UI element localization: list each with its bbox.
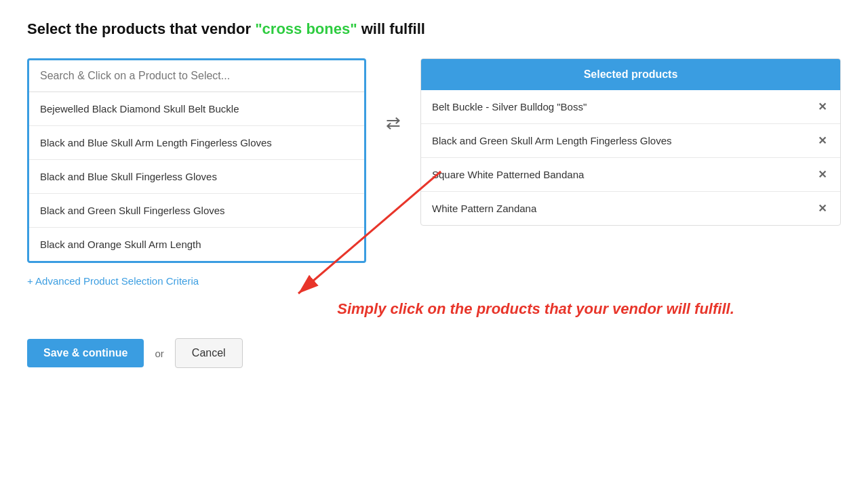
or-separator: or <box>155 348 163 359</box>
list-item[interactable]: Black and Blue Skull Fingerless Gloves <box>29 160 364 194</box>
title-suffix: will fulfill <box>357 20 425 37</box>
list-item: Square White Patterned Bandana✕ <box>421 158 840 192</box>
remove-item-button[interactable]: ✕ <box>815 168 829 181</box>
remove-item-button[interactable]: ✕ <box>815 202 829 215</box>
list-item: Black and Green Skull Arm Length Fingerl… <box>421 124 840 158</box>
list-item: White Pattern Zandana✕ <box>421 192 840 225</box>
list-item[interactable]: Black and Green Skull Fingerless Gloves <box>29 194 364 228</box>
remove-item-button[interactable]: ✕ <box>815 100 829 113</box>
search-input[interactable] <box>29 60 364 92</box>
list-item[interactable]: Black and Orange Skull Arm Length <box>29 228 364 261</box>
selected-list: Belt Buckle - Silver Bulldog "Boss"✕Blac… <box>421 90 840 225</box>
page-title: Select the products that vendor "cross b… <box>27 20 841 38</box>
right-panel: Selected products Belt Buckle - Silver B… <box>420 58 841 226</box>
vendor-name: "cross bones" <box>255 20 357 37</box>
list-item[interactable]: Bejewelled Black Diamond Skull Belt Buck… <box>29 92 364 126</box>
left-panel: Bejewelled Black Diamond Skull Belt Buck… <box>27 58 366 263</box>
transfer-arrows: ⇄ <box>366 58 420 134</box>
transfer-arrows-icon: ⇄ <box>386 113 401 134</box>
selected-item-text: White Pattern Zandana <box>432 201 815 216</box>
save-continue-button[interactable]: Save & continue <box>27 339 144 367</box>
advanced-criteria-link[interactable]: + Advanced Product Selection Criteria <box>27 275 841 287</box>
panels-container: Bejewelled Black Diamond Skull Belt Buck… <box>27 58 841 263</box>
selected-products-header: Selected products <box>421 59 840 90</box>
bottom-actions: Save & continue or Cancel <box>27 338 841 368</box>
selected-item-text: Square White Patterned Bandana <box>432 167 815 182</box>
annotation-text: Simply click on the products that your v… <box>337 300 734 318</box>
remove-item-button[interactable]: ✕ <box>815 134 829 147</box>
annotation-container: Simply click on the products that your v… <box>27 300 841 318</box>
product-list: Bejewelled Black Diamond Skull Belt Buck… <box>29 92 364 261</box>
list-item[interactable]: Black and Blue Skull Arm Length Fingerle… <box>29 126 364 160</box>
list-item: Belt Buckle - Silver Bulldog "Boss"✕ <box>421 90 840 124</box>
selected-item-text: Belt Buckle - Silver Bulldog "Boss" <box>432 100 815 114</box>
cancel-button[interactable]: Cancel <box>175 338 243 368</box>
title-prefix: Select the products that vendor <box>27 20 255 37</box>
annotation-section: Simply click on the products that your v… <box>27 300 841 318</box>
selected-item-text: Black and Green Skull Arm Length Fingerl… <box>432 134 815 148</box>
